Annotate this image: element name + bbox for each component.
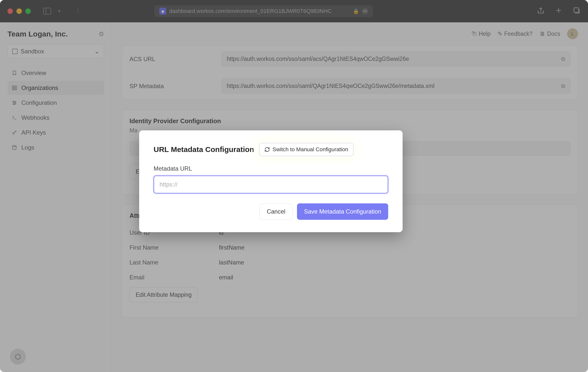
modal-title: URL Metadata Configuration: [154, 145, 254, 154]
modal-header: URL Metadata Configuration Switch to Man…: [154, 143, 388, 156]
switch-to-manual-button[interactable]: Switch to Manual Configuration: [259, 143, 354, 156]
switch-button-label: Switch to Manual Configuration: [272, 146, 348, 153]
modal-actions: Cancel Save Metadata Configuration: [154, 203, 388, 220]
metadata-url-input[interactable]: [154, 176, 388, 193]
save-metadata-button[interactable]: Save Metadata Configuration: [297, 203, 388, 220]
metadata-config-modal: URL Metadata Configuration Switch to Man…: [139, 130, 403, 232]
refresh-icon: [264, 147, 270, 152]
browser-window: ▾ 〈 ◆ dashboard.workos.com/environment_0…: [0, 0, 588, 372]
metadata-url-label: Metadata URL: [154, 165, 388, 172]
cancel-button[interactable]: Cancel: [259, 203, 293, 220]
